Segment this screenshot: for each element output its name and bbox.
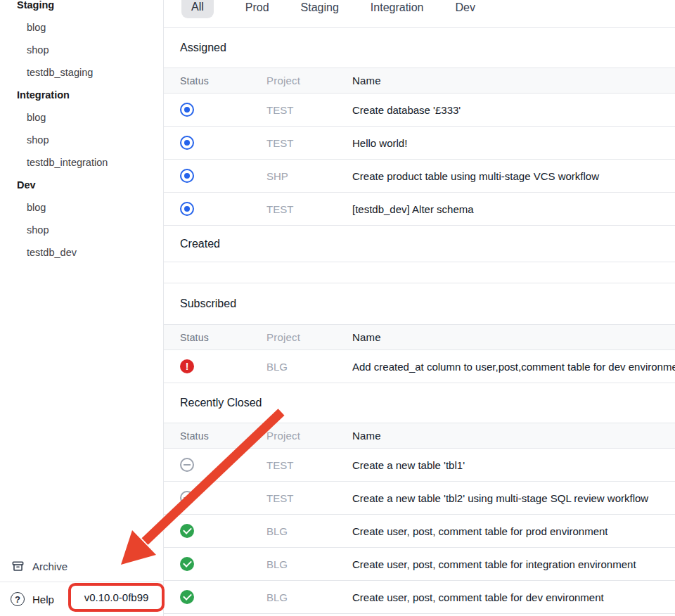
column-header-project: Project bbox=[266, 430, 352, 442]
issue-row[interactable]: TEST [testdb_dev] Alter schema bbox=[164, 193, 675, 226]
issue-project: BLG bbox=[266, 591, 352, 603]
column-header-status: Status bbox=[164, 332, 266, 343]
issue-project: BLG bbox=[266, 525, 352, 537]
archive-button[interactable]: Archive bbox=[0, 551, 163, 582]
issue-name: Create user, post, comment table for int… bbox=[352, 558, 675, 570]
version-label-with-annotation-box: v0.10.0-0fb99 bbox=[68, 583, 165, 612]
issue-name: [testdb_dev] Alter schema bbox=[352, 203, 675, 215]
issue-project: BLG bbox=[266, 361, 352, 373]
tab-all[interactable]: All bbox=[181, 0, 214, 18]
issue-row[interactable]: SHP Create product table using multi-sta… bbox=[164, 160, 675, 193]
issue-name: Create database '£333' bbox=[352, 104, 675, 116]
column-header-project: Project bbox=[266, 331, 352, 343]
sidebar-db-staging-blog[interactable]: blog bbox=[0, 16, 163, 39]
sidebar-env-staging[interactable]: Staging bbox=[0, 0, 163, 16]
sidebar-env-integration[interactable]: Integration bbox=[0, 84, 163, 106]
status-open-icon bbox=[180, 169, 194, 183]
issue-name: Create user, post, comment table for dev… bbox=[352, 591, 675, 603]
status-attention-icon bbox=[180, 359, 194, 373]
status-open-icon bbox=[180, 136, 194, 150]
column-header-project: Project bbox=[266, 75, 352, 86]
sidebar-db-testdb-dev[interactable]: testdb_dev bbox=[0, 241, 163, 264]
environment-tabbar: All Prod Staging Integration Dev bbox=[164, 0, 675, 28]
status-canceled-icon bbox=[180, 458, 194, 472]
issue-project: BLG bbox=[266, 558, 352, 570]
column-header-name: Name bbox=[352, 331, 675, 343]
tab-dev[interactable]: Dev bbox=[455, 0, 475, 14]
tab-prod[interactable]: Prod bbox=[245, 0, 269, 14]
status-done-icon bbox=[180, 524, 194, 538]
sidebar-db-integration-shop[interactable]: shop bbox=[0, 129, 163, 151]
sidebar-db-testdb-staging[interactable]: testdb_staging bbox=[0, 61, 163, 84]
issue-project: TEST bbox=[266, 203, 352, 215]
archive-icon bbox=[11, 560, 25, 573]
section-assigned: Assigned Status Project Name TEST Create… bbox=[164, 28, 675, 226]
sidebar-env-dev[interactable]: Dev bbox=[0, 174, 163, 196]
issue-project: SHP bbox=[266, 170, 352, 182]
status-canceled-icon bbox=[180, 491, 194, 505]
environment-database-nav: Staging blog shop testdb_staging Integra… bbox=[0, 0, 163, 264]
issue-row[interactable]: BLG Create user, post, comment table for… bbox=[164, 548, 675, 581]
table-header: Status Project Name bbox=[164, 68, 675, 94]
tab-staging[interactable]: Staging bbox=[301, 0, 339, 14]
issue-row[interactable]: TEST Hello world! bbox=[164, 127, 675, 160]
column-header-name: Name bbox=[352, 430, 675, 442]
issue-project: TEST bbox=[266, 104, 352, 116]
sidebar-db-dev-shop[interactable]: shop bbox=[0, 219, 163, 241]
issue-row[interactable]: TEST Create a new table 'tbl2' using mul… bbox=[164, 482, 675, 515]
sidebar: Staging blog shop testdb_staging Integra… bbox=[0, 0, 164, 616]
issue-name: Add created_at column to user,post,comme… bbox=[352, 361, 675, 373]
section-recently-closed: Recently Closed Status Project Name TEST… bbox=[164, 383, 675, 614]
issue-dashboard-page: Staging blog shop testdb_staging Integra… bbox=[0, 0, 675, 616]
sidebar-db-testdb-integration[interactable]: testdb_integration bbox=[0, 151, 163, 174]
issue-name: Create a new table 'tbl1' bbox=[352, 459, 675, 471]
issue-name: Create user, post, comment table for pro… bbox=[352, 525, 675, 537]
sidebar-db-integration-blog[interactable]: blog bbox=[0, 106, 163, 129]
table-header: Status Project Name bbox=[164, 324, 675, 350]
empty-table-row bbox=[164, 262, 675, 283]
help-row: Help v0.10.0-0fb99 bbox=[0, 582, 163, 616]
issue-row[interactable]: TEST Create database '£333' bbox=[164, 94, 675, 127]
issue-name: Create a new table 'tbl2' using multi-st… bbox=[352, 492, 675, 504]
column-header-status: Status bbox=[164, 75, 266, 86]
issue-row[interactable]: TEST Create a new table 'tbl1' bbox=[164, 449, 675, 482]
issue-name: Hello world! bbox=[352, 137, 675, 149]
issue-project: TEST bbox=[266, 459, 352, 471]
issue-row[interactable]: BLG Create user, post, comment table for… bbox=[164, 515, 675, 548]
table-header: Status Project Name bbox=[164, 423, 675, 449]
archive-label: Archive bbox=[32, 560, 68, 572]
tab-integration[interactable]: Integration bbox=[371, 0, 424, 14]
section-title-subscribed: Subscribed bbox=[164, 283, 675, 324]
issue-name: Create product table using multi-stage V… bbox=[352, 170, 675, 182]
issue-project: TEST bbox=[266, 137, 352, 149]
sidebar-footer: Archive Help v0.10.0-0fb99 bbox=[0, 551, 163, 616]
main-content: All Prod Staging Integration Dev Assigne… bbox=[164, 0, 675, 616]
section-title-assigned: Assigned bbox=[164, 28, 675, 68]
status-done-icon bbox=[180, 590, 194, 604]
column-header-name: Name bbox=[352, 75, 675, 86]
section-title-recently-closed: Recently Closed bbox=[164, 383, 675, 423]
section-created: Created bbox=[164, 226, 675, 283]
section-title-created: Created bbox=[164, 226, 675, 262]
sidebar-db-dev-blog[interactable]: blog bbox=[0, 196, 163, 219]
issue-row[interactable]: BLG Create user, post, comment table for… bbox=[164, 581, 675, 614]
sidebar-db-staging-shop[interactable]: shop bbox=[0, 39, 163, 61]
help-icon bbox=[11, 592, 25, 606]
column-header-status: Status bbox=[164, 430, 266, 442]
status-open-icon bbox=[180, 202, 194, 216]
issue-row[interactable]: BLG Add created_at column to user,post,c… bbox=[164, 350, 675, 383]
issue-project: TEST bbox=[266, 492, 352, 504]
status-open-icon bbox=[180, 103, 194, 117]
help-button[interactable]: Help bbox=[32, 593, 54, 605]
section-subscribed: Subscribed Status Project Name BLG Add c… bbox=[164, 283, 675, 383]
status-done-icon bbox=[180, 557, 194, 571]
